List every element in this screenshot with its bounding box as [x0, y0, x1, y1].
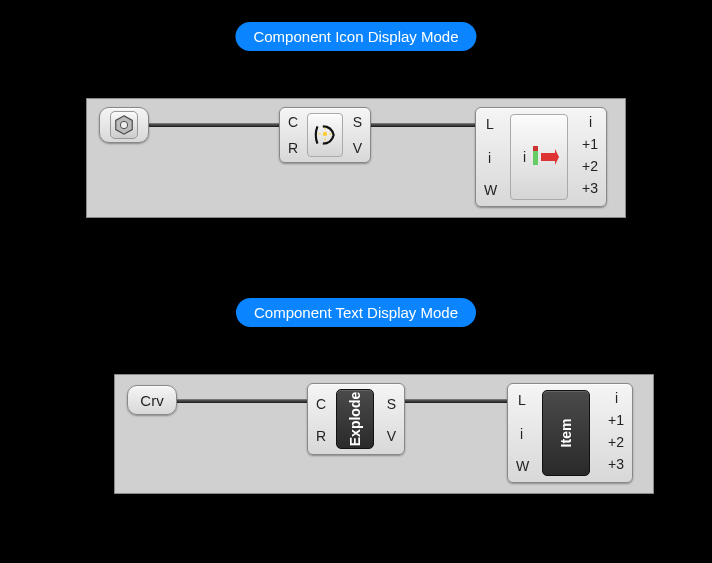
- list-item-component-text[interactable]: L i W i +1 +2 +3 Item: [507, 383, 633, 483]
- port-in-r[interactable]: R: [288, 140, 298, 156]
- wire: [147, 123, 282, 127]
- port-in-i[interactable]: i: [488, 150, 491, 166]
- port-in-w[interactable]: W: [484, 182, 497, 198]
- port-in-c[interactable]: C: [316, 396, 326, 412]
- wire: [367, 123, 477, 127]
- svg-rect-9: [533, 146, 538, 151]
- curve-param-label: Crv: [140, 392, 163, 409]
- port-out-plus2[interactable]: +2: [608, 434, 624, 450]
- port-out-plus1[interactable]: +1: [582, 136, 598, 152]
- port-out-v[interactable]: V: [353, 140, 362, 156]
- port-out-plus3[interactable]: +3: [608, 456, 624, 472]
- port-in-w[interactable]: W: [516, 458, 529, 474]
- svg-point-1: [120, 121, 127, 128]
- list-item-icon: i: [519, 143, 559, 171]
- badge-text-mode: Component Text Display Mode: [236, 298, 476, 327]
- port-in-l[interactable]: L: [486, 116, 494, 132]
- port-out-plus3[interactable]: +3: [582, 180, 598, 196]
- explode-icon-box: [307, 113, 343, 157]
- svg-rect-8: [533, 149, 538, 165]
- badge-icon-mode: Component Icon Display Mode: [235, 22, 476, 51]
- curve-param[interactable]: [99, 107, 149, 143]
- port-out-i[interactable]: i: [615, 390, 618, 406]
- port-in-l[interactable]: L: [518, 392, 526, 408]
- canvas-icon-mode: C R S V L i W i +1 +2 +3 i: [86, 98, 626, 218]
- list-item-name-box: Item: [542, 390, 590, 476]
- list-item-icon-box: i: [510, 114, 568, 200]
- explode-name-box: Explode: [336, 389, 374, 449]
- port-in-c[interactable]: C: [288, 114, 298, 130]
- port-out-v[interactable]: V: [387, 428, 396, 444]
- svg-text:i: i: [523, 149, 526, 165]
- port-out-plus1[interactable]: +1: [608, 412, 624, 428]
- port-in-r[interactable]: R: [316, 428, 326, 444]
- explode-icon: [312, 122, 338, 148]
- port-out-s[interactable]: S: [353, 114, 362, 130]
- explode-component[interactable]: C R S V: [279, 107, 371, 163]
- curve-param-text[interactable]: Crv: [127, 385, 177, 415]
- hex-nut-icon: [110, 111, 138, 139]
- wire: [403, 399, 509, 403]
- svg-marker-10: [541, 149, 559, 165]
- port-in-i[interactable]: i: [520, 426, 523, 442]
- list-item-component[interactable]: L i W i +1 +2 +3 i: [475, 107, 607, 207]
- wire: [175, 399, 310, 403]
- explode-component-text[interactable]: C R S V Explode: [307, 383, 405, 455]
- list-item-label: Item: [558, 419, 574, 448]
- port-out-plus2[interactable]: +2: [582, 158, 598, 174]
- port-out-i[interactable]: i: [589, 114, 592, 130]
- explode-label: Explode: [347, 392, 363, 446]
- port-out-s[interactable]: S: [387, 396, 396, 412]
- canvas-text-mode: Crv C R S V Explode L i W i +1 +2 +3 Ite…: [114, 374, 654, 494]
- svg-point-2: [323, 132, 327, 136]
